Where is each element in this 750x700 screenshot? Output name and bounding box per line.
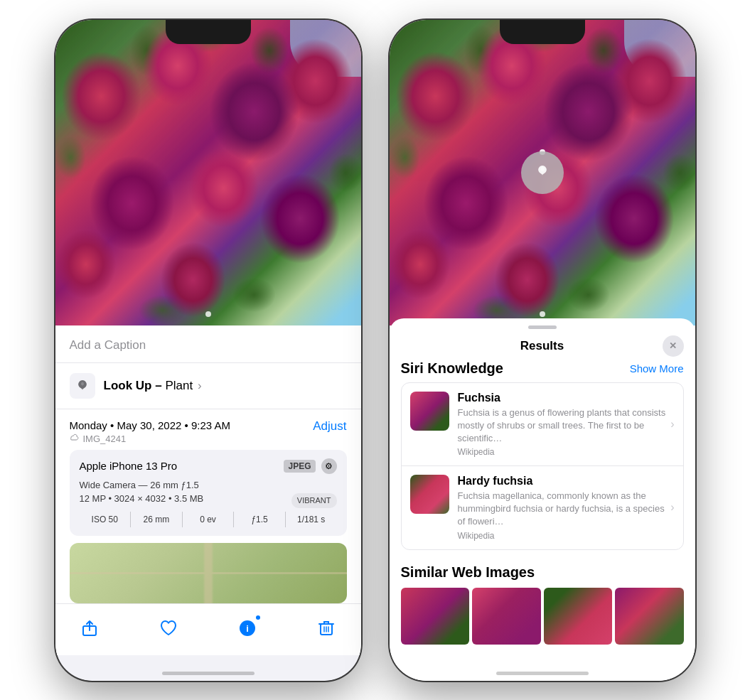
- bottom-toolbar: i: [55, 603, 361, 655]
- similar-images-row: [401, 588, 684, 645]
- phone-1: Add a Caption Look Up – Plant › Monday •…: [55, 20, 361, 681]
- lookup-label: Look Up – Plant ›: [104, 379, 202, 393]
- photo-view-2[interactable]: [390, 20, 695, 325]
- similar-image-4[interactable]: [615, 588, 684, 645]
- home-indicator-2: [496, 672, 589, 675]
- results-header: Results ✕: [390, 329, 695, 360]
- photo-dot-2: [540, 311, 545, 317]
- share-button[interactable]: [77, 615, 102, 641]
- exif-row: ISO 50 26 mm 0 ev ƒ1.5 1/181 s: [80, 512, 337, 527]
- device-info-card: Apple iPhone 13 Pro JPEG ⚙ Wide Camera —…: [70, 450, 347, 536]
- photo-view[interactable]: [55, 20, 361, 325]
- exif-aperture: ƒ1.5: [234, 512, 286, 527]
- filename-row: IMG_4241: [70, 434, 230, 444]
- caption-field[interactable]: Add a Caption: [55, 325, 361, 363]
- exif-shutter: 1/181 s: [286, 512, 337, 527]
- results-title: Results: [520, 339, 564, 353]
- adjust-button[interactable]: Adjust: [313, 419, 346, 434]
- svg-point-5: [540, 167, 544, 171]
- hardy-name: Hardy fuchsia: [458, 475, 675, 488]
- date-text: Monday • May 30, 2022 • 9:23 AM: [70, 419, 230, 431]
- phone-2-screen: Results ✕ Siri Knowledge Show More Fuchs…: [390, 20, 695, 681]
- knowledge-card: Fuchsia Fuchsia is a genus of flowering …: [401, 382, 684, 550]
- map-grid: [70, 543, 347, 603]
- svg-point-0: [81, 382, 84, 385]
- caption-placeholder-text: Add a Caption: [70, 338, 146, 352]
- photo-info-panel: Add a Caption Look Up – Plant › Monday •…: [55, 325, 361, 603]
- similar-web-images-section: Similar Web Images: [390, 557, 695, 645]
- exif-iso: ISO 50: [80, 512, 132, 527]
- results-panel: Results ✕ Siri Knowledge Show More Fuchs…: [390, 318, 695, 681]
- knowledge-item-fuchsia[interactable]: Fuchsia Fuchsia is a genus of flowering …: [402, 383, 683, 467]
- favorite-button[interactable]: [156, 615, 181, 641]
- chevron-right-icon-2: ›: [670, 501, 674, 514]
- jpeg-badge: JPEG: [284, 460, 315, 473]
- hardy-source: Wikipedia: [458, 531, 675, 541]
- vibrant-badge: VIBRANT: [291, 493, 337, 508]
- results-close-button[interactable]: ✕: [663, 335, 684, 357]
- svg-text:i: i: [246, 623, 249, 634]
- siri-knowledge-title: Siri Knowledge: [401, 360, 503, 377]
- phone-1-screen: Add a Caption Look Up – Plant › Monday •…: [55, 20, 361, 681]
- map-preview[interactable]: [70, 543, 347, 603]
- fuchsia-thumbnail: [410, 392, 449, 431]
- chevron-right-icon: ›: [670, 418, 674, 431]
- home-indicator: [162, 672, 255, 675]
- similar-image-3[interactable]: [544, 588, 613, 645]
- camera-spec-1: Wide Camera — 26 mm ƒ1.5: [80, 478, 337, 492]
- lookup-row[interactable]: Look Up – Plant ›: [55, 363, 361, 409]
- device-name: Apple iPhone 13 Pro: [80, 460, 178, 472]
- exif-focal: 26 mm: [131, 512, 183, 527]
- fuchsia-name: Fuchsia: [458, 392, 675, 404]
- similar-image-2[interactable]: [472, 588, 541, 645]
- date-row: Monday • May 30, 2022 • 9:23 AM IMG_4241…: [55, 409, 361, 450]
- show-more-button[interactable]: Show More: [630, 362, 684, 375]
- fuchsia-desc: Fuchsia is a genus of flowering plants t…: [458, 406, 675, 446]
- photo-dot-indicator: [205, 311, 211, 317]
- knowledge-item-hardy[interactable]: Hardy fuchsia Fuchsia magellanica, commo…: [402, 466, 683, 549]
- cloud-icon: [70, 434, 80, 443]
- hardy-desc: Fuchsia magellanica, commonly known as t…: [458, 490, 675, 529]
- phone-2: Results ✕ Siri Knowledge Show More Fuchs…: [390, 20, 695, 681]
- exif-ev: 0 ev: [183, 512, 235, 527]
- camera-spec-2: 12 MP • 3024 × 4032 • 3.5 MB: [80, 493, 204, 504]
- info-button[interactable]: i: [235, 615, 260, 641]
- fuchsia-source: Wikipedia: [458, 447, 675, 457]
- similar-title: Similar Web Images: [401, 564, 684, 581]
- settings-icon[interactable]: ⚙: [321, 458, 337, 474]
- siri-button[interactable]: [521, 151, 564, 194]
- delete-button[interactable]: [314, 615, 339, 641]
- hardy-thumbnail: [410, 475, 449, 514]
- siri-knowledge-section: Siri Knowledge Show More Fuchsia Fuchsia…: [390, 360, 695, 557]
- similar-image-1[interactable]: [401, 588, 470, 645]
- flower-overlay: [55, 20, 361, 325]
- lookup-icon: [70, 373, 95, 399]
